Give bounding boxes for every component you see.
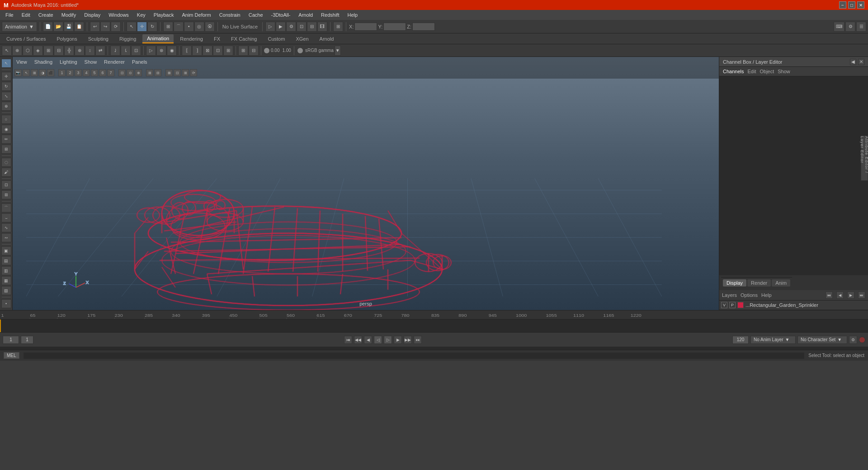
anim-tool-22[interactable]: ⊞ (238, 46, 248, 56)
next-key-btn[interactable]: ▶▶ (404, 336, 412, 344)
anim-tool-19[interactable]: ⊠ (203, 46, 212, 56)
prev-frame-btn[interactable]: ◀ (364, 336, 372, 344)
menu-modify[interactable]: Modify (58, 11, 80, 19)
unknown-btn[interactable]: • (1, 299, 11, 308)
vp-menu-show[interactable]: Show (85, 59, 97, 65)
layout-btn[interactable]: ⊞ (333, 22, 343, 32)
menu-playback[interactable]: Playback (150, 11, 178, 19)
minimize-button[interactable]: − (839, 1, 846, 9)
layer-next-btn[interactable]: ▶ (847, 291, 854, 299)
anim-tool-20[interactable]: ⊡ (213, 46, 223, 56)
open-btn[interactable]: 📂 (53, 22, 63, 32)
x-input[interactable] (354, 23, 377, 31)
layer-color-swatch[interactable] (737, 302, 744, 308)
mel-mode-btn[interactable]: MEL (4, 352, 19, 359)
shading-group-btn[interactable]: ▣ (1, 246, 11, 255)
anim-tool-14[interactable]: ▷ (146, 46, 156, 56)
anim-prefs-btn[interactable]: ⚙ (849, 336, 857, 344)
layer-playback-btn[interactable]: ⏮ (826, 291, 833, 299)
anim-tab[interactable]: Anim (772, 279, 790, 287)
curve-tool-btn[interactable]: ⌒ (1, 203, 11, 212)
menu-anim-deform[interactable]: Anim Deform (178, 11, 214, 19)
vp-cam-btn[interactable]: 📷 (14, 69, 22, 76)
vp-resolution-btn3[interactable]: ⊞ (182, 69, 189, 76)
vp-4-btn[interactable]: 4 (83, 69, 90, 76)
channel-object-tab[interactable]: Object (760, 69, 774, 74)
layer-prev-btn[interactable]: ◀ (836, 291, 844, 299)
menu-windows[interactable]: Windows (105, 11, 132, 19)
move-btn[interactable]: ✛ (137, 22, 147, 32)
tab-fx[interactable]: FX (209, 35, 225, 43)
curve-freehand-btn[interactable]: ∾ (1, 233, 11, 242)
layers-label[interactable]: Layers (722, 292, 737, 298)
channel-show-tab[interactable]: Show (778, 69, 790, 74)
channel-box-close-btn[interactable]: ✕ (858, 59, 864, 65)
rotate-btn[interactable]: ↻ (147, 22, 157, 32)
vp-menu-renderer[interactable]: Renderer (104, 59, 125, 65)
play-back-btn[interactable]: ◁ (374, 336, 382, 344)
maximize-button[interactable]: □ (848, 1, 855, 9)
anim-tool-12[interactable]: ⤹ (121, 46, 131, 56)
menu-file[interactable]: File (2, 11, 17, 19)
go-to-start-btn[interactable]: ⏮ (344, 336, 352, 344)
anim-tool-2[interactable]: ⊕ (12, 46, 22, 56)
panel-btn[interactable]: ☰ (856, 22, 866, 32)
layer-visible-toggle[interactable]: V (721, 302, 727, 308)
lasso-tool-btn[interactable]: ◌ (1, 158, 11, 167)
redo-btn[interactable]: ↪ (100, 22, 110, 32)
vp-select-mask-btn[interactable]: ⊞ (146, 69, 153, 76)
rotate-tool-btn[interactable]: ↻ (1, 82, 11, 91)
layer-playback-toggle[interactable]: P (729, 302, 736, 308)
tab-arnold[interactable]: Arnold (315, 35, 339, 43)
sculpt-tool-btn[interactable]: ◉ (1, 125, 11, 134)
mode-dropdown[interactable]: Animation ▼ (2, 22, 37, 32)
anim-tool-3[interactable]: ⬡ (23, 46, 33, 56)
range-end-input[interactable] (732, 336, 749, 344)
vp-resolution-btn[interactable]: ⊠ (165, 69, 173, 76)
time-track[interactable] (0, 320, 868, 332)
next-frame-btn[interactable]: ▶ (394, 336, 402, 344)
render-region-btn[interactable]: ⊡ (1, 180, 11, 189)
vp-isolate-btn[interactable]: ⊟ (154, 69, 161, 76)
anim-auto-key-btn[interactable] (859, 337, 865, 343)
vp-camera-btn[interactable]: ⊙ (127, 69, 134, 76)
vp-wireframe-btn[interactable]: ⊞ (31, 69, 38, 76)
anim-layer-btn[interactable]: ▦ (1, 276, 11, 285)
vp-menu-panels[interactable]: Panels (132, 59, 147, 65)
save-btn[interactable]: 💾 (64, 22, 74, 32)
anim-tool-1[interactable]: ↖ (2, 46, 12, 56)
undo-queue-btn[interactable]: ⟳ (111, 22, 121, 32)
vp-resolution-btn2[interactable]: ⊡ (174, 69, 181, 76)
prev-key-btn[interactable]: ◀◀ (354, 336, 362, 344)
anim-tool-7[interactable]: ╬ (64, 46, 74, 56)
char-set-dropdown[interactable]: No Character Set ▼ (797, 336, 847, 344)
menu-cache[interactable]: Cache (245, 11, 267, 19)
tab-polygons[interactable]: Polygons (52, 35, 81, 43)
anim-tool-10[interactable]: ⇄ (95, 46, 105, 56)
menu-display[interactable]: Display (80, 11, 104, 19)
render-all-btn[interactable]: ⊡ (297, 22, 307, 32)
display-layer-btn[interactable]: ▧ (1, 286, 11, 295)
snap-curve-btn[interactable]: ⌒ (174, 22, 184, 32)
select-tool-btn[interactable]: ↖ (1, 59, 11, 68)
tab-curves[interactable]: Curves / Surfaces (2, 35, 50, 43)
channel-box-expand-btn[interactable]: ◀ (850, 59, 856, 65)
undo-btn[interactable]: ↩ (90, 22, 100, 32)
menu-arnold[interactable]: Arnold (295, 11, 316, 19)
anim-tool-21[interactable]: ⊞ (223, 46, 233, 56)
render-tab[interactable]: Render (747, 279, 771, 287)
vp-origin-btn[interactable]: ⊕ (135, 69, 142, 76)
render-pass-btn[interactable]: ▤ (1, 256, 11, 265)
anim-tool-16[interactable]: ◉ (167, 46, 177, 56)
new-btn[interactable]: 📄 (43, 22, 53, 32)
render-settings-btn[interactable]: ⚙ (286, 22, 296, 32)
vp-menu-shading[interactable]: Shading (34, 59, 52, 65)
anim-tool-18[interactable]: ⟧ (192, 46, 202, 56)
anim-tool-11[interactable]: ⤸ (110, 46, 120, 56)
render-seq-btn[interactable]: ⊟ (307, 22, 317, 32)
settings-btn[interactable]: ⚙ (845, 22, 855, 32)
vp-6-btn[interactable]: 6 (99, 69, 106, 76)
channels-tab[interactable]: Channels (723, 69, 744, 74)
render-all-btn2[interactable]: ⊞ (1, 190, 11, 199)
go-to-end-btn[interactable]: ⏭ (414, 336, 422, 344)
